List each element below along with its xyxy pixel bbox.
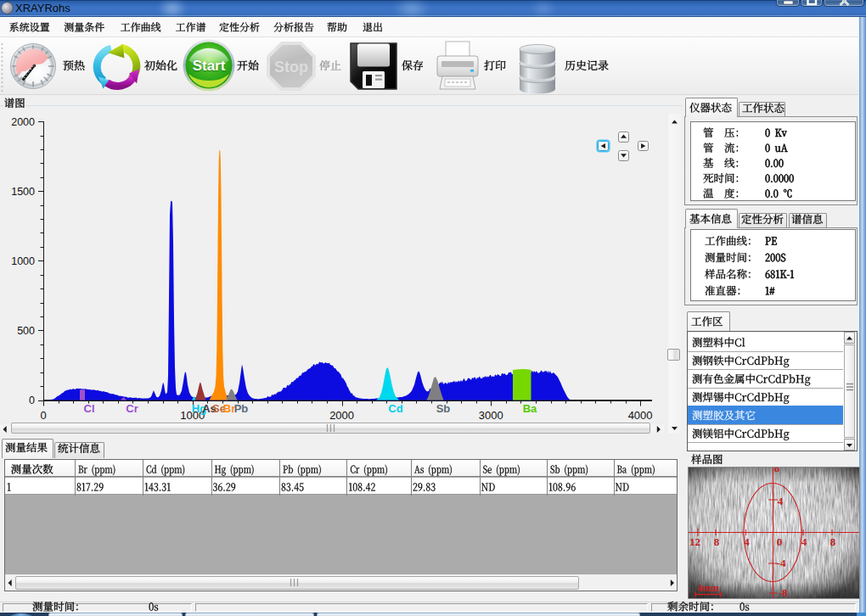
svg-text:500: 500: [17, 325, 35, 337]
svg-text:2000: 2000: [329, 409, 354, 422]
svg-text:Ba: Ba: [523, 402, 537, 415]
svg-text:Start: Start: [192, 58, 225, 74]
svg-text:8: 8: [774, 468, 780, 474]
svg-text:-8: -8: [779, 586, 788, 598]
svg-text:2000: 2000: [11, 116, 35, 128]
svg-text:0: 0: [40, 409, 46, 422]
svg-text:1500: 1500: [11, 186, 35, 198]
svg-text:4: 4: [801, 535, 807, 548]
svg-text:4: 4: [778, 495, 784, 507]
svg-text:Sb: Sb: [436, 402, 451, 415]
svg-text:12: 12: [689, 535, 700, 548]
svg-text:Stop: Stop: [274, 59, 308, 76]
svg-text:Pb: Pb: [234, 402, 249, 415]
svg-text:Cl: Cl: [84, 402, 95, 415]
svg-text:3000: 3000: [479, 409, 503, 422]
svg-text:4000: 4000: [628, 409, 653, 422]
svg-text:4: 4: [744, 535, 750, 548]
svg-text:8: 8: [714, 535, 720, 548]
svg-text:0: 0: [29, 395, 35, 406]
svg-text:4mm: 4mm: [697, 582, 719, 594]
svg-text:8: 8: [830, 535, 836, 548]
svg-text:-4: -4: [777, 557, 786, 569]
svg-text:1000: 1000: [11, 255, 35, 267]
svg-text:Cd: Cd: [388, 402, 402, 415]
svg-text:0: 0: [777, 535, 783, 548]
svg-text:Cr: Cr: [126, 402, 138, 415]
